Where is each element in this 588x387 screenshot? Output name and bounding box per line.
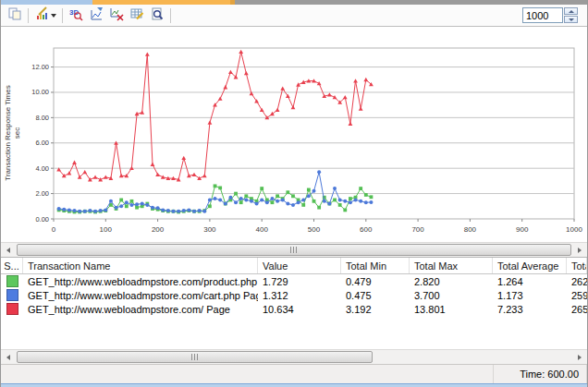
svg-text:300: 300 [203, 225, 216, 234]
cell-value: 1.312 [258, 290, 341, 301]
color-settings-icon [35, 6, 50, 25]
scrollbar-track[interactable] [16, 243, 572, 257]
series-color-swatch [1, 289, 23, 301]
table-h-scrollbar[interactable] [1, 349, 587, 364]
table-row[interactable]: GET_http://www.webloadmpstore.com/ Page1… [1, 302, 587, 316]
3d-zoom-button[interactable]: 3D [66, 6, 86, 25]
scrollbar-track[interactable] [16, 350, 572, 364]
column-header-value[interactable]: Value [258, 258, 341, 273]
scroll-right-button[interactable] [572, 243, 587, 257]
svg-text:0: 0 [52, 225, 56, 234]
cell-total_average: 1.264 [493, 276, 567, 287]
arrow-left-icon [6, 248, 10, 253]
scrollbar-thumb[interactable] [17, 244, 571, 256]
column-header-total_average[interactable]: Total Average [493, 258, 567, 273]
scale-spinner [522, 7, 578, 23]
cell-total_max: 2.820 [410, 276, 493, 287]
arrow-right-icon [578, 248, 582, 253]
svg-text:100: 100 [100, 225, 113, 234]
series-color-swatch [1, 303, 23, 315]
cell-total_max: 13.801 [410, 304, 493, 315]
cell-total_cut: 265.0 [567, 304, 587, 315]
copy-icon [7, 6, 22, 25]
cell-total_min: 0.479 [341, 276, 410, 287]
series-color-swatch [1, 275, 23, 287]
preview-icon [150, 6, 165, 25]
spin-up-button[interactable] [564, 7, 578, 15]
toolbar-separator [170, 8, 171, 23]
scroll-left-button[interactable] [1, 350, 16, 364]
chevron-down-icon [51, 14, 56, 18]
column-header-total_max[interactable]: Total Max [410, 258, 493, 273]
svg-text:900: 900 [516, 225, 529, 234]
svg-text:800: 800 [464, 225, 477, 234]
arrow-up-icon [569, 10, 574, 13]
window-bottom-edge [1, 383, 587, 387]
toolbar-separator [28, 8, 29, 23]
cell-name: GET_http://www.webloadmpstore.com/ Page [23, 304, 258, 315]
response-times-chart[interactable]: 0.002.004.006.008.0010.0012.000100200300… [1, 27, 588, 242]
edit-table-icon [129, 6, 144, 25]
cell-total_max: 3.700 [410, 290, 493, 301]
svg-text:6.00: 6.00 [35, 139, 49, 147]
svg-text:700: 700 [411, 225, 424, 234]
scroll-right-button[interactable] [572, 350, 587, 364]
svg-text:600: 600 [360, 225, 373, 234]
column-header-name[interactable]: Transaction Name [23, 258, 258, 273]
edit-table-button[interactable] [127, 6, 147, 25]
svg-text:12.00: 12.00 [31, 63, 49, 71]
cell-name: GET_http://www.webloadmpstore.com/cart.p… [23, 290, 258, 301]
grip-icon [290, 247, 298, 253]
table-empty-area [1, 316, 587, 349]
svg-text:10.00: 10.00 [31, 88, 49, 96]
chart-toolbar: 3D [1, 5, 587, 27]
spin-down-button[interactable] [564, 16, 578, 23]
table-header[interactable]: S...Transaction NameValueTotal MinTotal … [1, 258, 587, 274]
svg-text:1000: 1000 [566, 225, 582, 234]
scroll-left-button[interactable] [1, 243, 16, 257]
chart-h-scrollbar[interactable] [1, 242, 587, 257]
column-header-swatch[interactable]: S... [1, 258, 23, 273]
color-settings-button[interactable] [31, 6, 59, 25]
3d-zoom-icon: 3D [68, 6, 83, 25]
cell-total_min: 3.192 [341, 304, 410, 315]
arrow-right-icon [578, 355, 582, 360]
svg-text:8.00: 8.00 [35, 114, 49, 122]
remove-series-button[interactable] [106, 6, 127, 25]
transactions-table: S...Transaction NameValueTotal MinTotal … [1, 257, 587, 349]
y-axis-title: Transaction Response Times sec [4, 64, 24, 202]
column-header-total_min[interactable]: Total Min [341, 258, 410, 273]
chart-options-button[interactable] [86, 6, 106, 25]
scale-input[interactable] [522, 7, 563, 23]
chart-panel: Transaction Response Times sec 0.002.004… [1, 27, 587, 242]
status-bar: Time: 600.00 [1, 364, 587, 383]
arrow-down-icon [569, 18, 574, 21]
svg-text:500: 500 [308, 225, 321, 234]
time-status: Time: 600.00 [493, 365, 587, 383]
preview-button[interactable] [147, 6, 167, 25]
remove-series-icon [109, 6, 124, 25]
arrow-left-icon [6, 355, 10, 360]
cell-total_average: 7.233 [493, 304, 567, 315]
grip-icon [191, 354, 199, 360]
toolbar-separator [62, 8, 63, 23]
cell-total_min: 0.475 [341, 290, 410, 301]
table-row[interactable]: GET_http://www.webloadmpstore.com/cart.p… [1, 288, 587, 302]
svg-text:4.00: 4.00 [35, 164, 49, 173]
svg-text:2.00: 2.00 [35, 189, 49, 198]
cell-total_cut: 259.0 [567, 290, 587, 301]
svg-text:0.00: 0.00 [35, 215, 49, 224]
svg-text:200: 200 [152, 225, 165, 234]
report-window: 3D [0, 0, 588, 387]
scrollbar-thumb[interactable] [17, 351, 373, 363]
cell-value: 1.729 [258, 276, 341, 287]
column-header-total_cut[interactable]: Tota [567, 258, 587, 273]
copy-button[interactable] [5, 6, 25, 25]
cell-value: 10.634 [258, 304, 341, 315]
cell-total_cut: 262.0 [567, 276, 587, 287]
table-row[interactable]: GET_http://www.webloadmpstore.com/produc… [1, 274, 587, 288]
chart-options-icon [89, 6, 104, 25]
svg-text:400: 400 [256, 225, 269, 234]
cell-total_average: 1.173 [493, 290, 567, 301]
cell-name: GET_http://www.webloadmpstore.com/produc… [23, 276, 258, 287]
